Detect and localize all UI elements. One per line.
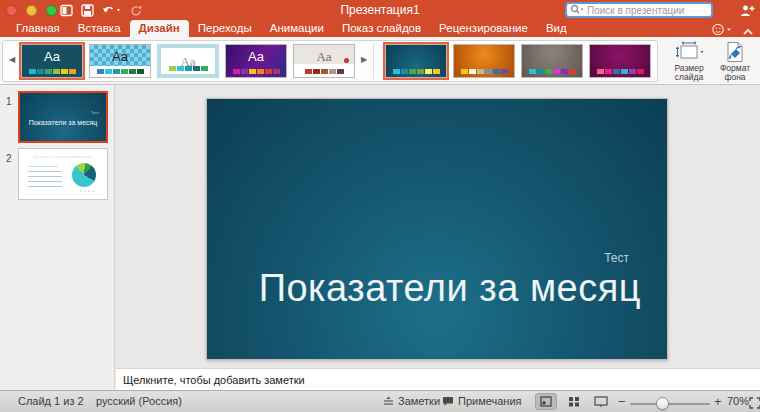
ribbon-design: ◀ Aa Aa Aa Aa Aa ▶: [0, 37, 760, 85]
slide-subtitle-text[interactable]: Тест: [604, 251, 629, 265]
variant-swatches: [590, 69, 650, 74]
language-indicator[interactable]: русский (Россия): [96, 395, 182, 407]
tab-perekhody[interactable]: Переходы: [189, 20, 261, 37]
theme-swatches: [22, 69, 82, 74]
theme-thumbnail-5[interactable]: Aa: [293, 44, 355, 78]
notes-pane[interactable]: Щелкните, чтобы добавить заметки: [116, 368, 760, 390]
variant-swatches: [454, 69, 514, 74]
variant-swatches: [522, 69, 582, 74]
tab-animatsii[interactable]: Анимации: [261, 20, 333, 37]
comments-toggle-icon: [442, 396, 454, 407]
search-box[interactable]: [565, 2, 713, 18]
slide-thumbnail-1[interactable]: Тест Показатели за месяц: [18, 91, 108, 143]
search-icon: [570, 1, 584, 19]
variant-thumbnail-1[interactable]: [385, 44, 447, 78]
zoom-slider-thumb[interactable]: [656, 397, 669, 410]
gallery-scroll-right-icon[interactable]: ▶: [361, 55, 367, 64]
theme-gallery: ◀ Aa Aa Aa Aa Aa ▶: [2, 40, 658, 82]
tab-vid[interactable]: Вид: [537, 20, 576, 37]
variant-thumbnail-3[interactable]: [521, 44, 583, 78]
format-background-button[interactable]: Формат фона: [712, 40, 758, 82]
slide2-pie-legend: [80, 190, 94, 192]
slide-counter: Слайд 1 из 2: [18, 395, 84, 407]
theme-swatches: [161, 66, 215, 71]
theme-aa-label: Aa: [90, 49, 150, 64]
theme-thumbnail-3[interactable]: Aa: [157, 44, 219, 78]
tab-dizayn[interactable]: Дизайн: [130, 20, 189, 37]
theme-thumbnail-2[interactable]: Aa: [89, 44, 151, 78]
theme-swatches: [294, 69, 354, 74]
theme-aa-label: Aa: [226, 49, 286, 64]
format-background-icon: [712, 40, 758, 64]
title-bar: Презентация1 Главная Вставка Дизайн Пере…: [0, 0, 760, 37]
gallery-scroll-left-icon[interactable]: ◀: [9, 55, 15, 64]
slide-editor-area: Тест Показатели за месяц: [116, 85, 760, 368]
slideshow-view-button[interactable]: [590, 393, 612, 410]
slide-title-text[interactable]: Показатели за месяц: [259, 267, 641, 310]
search-input[interactable]: [584, 5, 708, 16]
tab-pokaz-slaydov[interactable]: Показ слайдов: [333, 20, 430, 37]
slide-canvas[interactable]: Тест Показатели за месяц: [206, 98, 668, 360]
comments-toggle[interactable]: Примечания: [442, 395, 522, 407]
slide-size-button[interactable]: Размер слайда: [666, 40, 712, 82]
slide-number: 1: [6, 96, 12, 107]
slide-thumbnails-panel: 1 Тест Показатели за месяц 2 Данные за п…: [0, 85, 115, 390]
theme-aa-label: Aa: [22, 49, 82, 64]
slide-size-label-2: слайда: [666, 73, 712, 82]
slide-sorter-view-button[interactable]: [563, 393, 585, 410]
notes-placeholder: Щелкните, чтобы добавить заметки: [116, 374, 305, 386]
zoom-out-button[interactable]: −: [618, 394, 626, 409]
slide2-pie-chart: [72, 163, 96, 187]
theme-thumbnail-4[interactable]: Aa: [225, 44, 287, 78]
theme-swatches: [90, 69, 150, 74]
fit-slide-to-window-icon[interactable]: [744, 394, 760, 411]
ribbon-tabs: Главная Вставка Дизайн Переходы Анимации…: [7, 21, 576, 37]
format-background-label-2: фона: [712, 73, 758, 82]
variant-thumbnail-4[interactable]: [589, 44, 651, 78]
slide1-subtitle: Тест: [91, 110, 99, 115]
tab-vstavka[interactable]: Вставка: [69, 20, 130, 37]
notes-toggle[interactable]: Заметки: [383, 395, 440, 407]
tab-retsenzirovanie[interactable]: Рецензирование: [430, 20, 537, 37]
tab-glavnaya[interactable]: Главная: [7, 20, 69, 37]
status-bar: Слайд 1 из 2 русский (Россия) Заметки Пр…: [0, 390, 760, 412]
powerpoint-window: Презентация1 Главная Вставка Дизайн Пере…: [0, 0, 760, 412]
theme-thumbnail-1[interactable]: Aa: [21, 44, 83, 78]
theme-swatches: [226, 69, 286, 74]
notes-toggle-icon: [383, 396, 394, 407]
slide-size-icon: [666, 40, 712, 64]
slide2-title: Данные за прошедший квартал: [24, 154, 101, 159]
theme-aa-label: Aa: [294, 49, 354, 65]
gallery-divider: [373, 43, 374, 79]
share-icon[interactable]: [740, 3, 755, 21]
normal-view-button[interactable]: [535, 393, 557, 410]
slide1-title: Показатели за месяц: [22, 119, 104, 126]
slide-number: 2: [6, 153, 12, 164]
zoom-in-button[interactable]: +: [714, 394, 722, 409]
zoom-slider-track[interactable]: [630, 403, 710, 405]
variant-swatches: [386, 69, 446, 74]
slide-thumbnail-2[interactable]: Данные за прошедший квартал: [18, 148, 108, 200]
variant-thumbnail-2[interactable]: [453, 44, 515, 78]
